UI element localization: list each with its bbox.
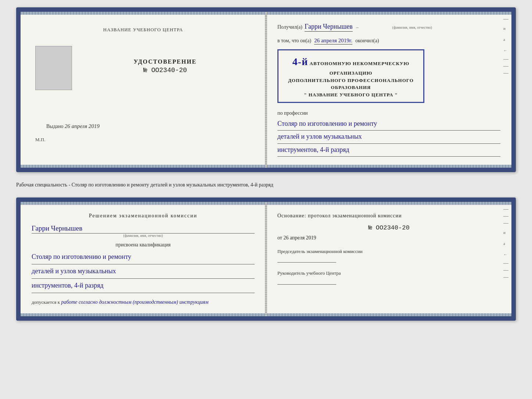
stamp-block: 4-й АВТОНОМНУЮ НЕКОММЕРЧЕСКУЮ ОРГАНИЗАЦИ… xyxy=(277,49,424,103)
okonchil-label: окончил(а) xyxy=(355,38,379,44)
stamp-line1: АВТОНОМНУЮ НЕКОММЕРЧЕСКУЮ ОРГАНИЗАЦИЮ xyxy=(310,61,410,76)
between-docs-text: Рабочая специальность - Столяр по изгото… xyxy=(16,179,516,190)
profession-line1: Столяр по изготовлению и ремонту xyxy=(277,118,500,131)
vtom-line: в том, что он(а) 26 апреля 2019г. окончи… xyxy=(277,38,500,44)
bottom-name-block: Гарри Чернышев (фамилия, имя, отчество) xyxy=(32,224,255,238)
bottom-fio-subtext: (фамилия, имя, отчество) xyxy=(32,234,255,238)
chairman-title: Председатель экзаменационной комиссии xyxy=(277,248,500,255)
specialty-description: Рабочая специальность - Столяр по изгото… xyxy=(16,182,273,188)
vydano-block: Выдано 26 апреля 2019 xyxy=(46,123,255,129)
qual-line3: инструментов, 4-й разряд xyxy=(32,279,255,293)
bottom-side-decoration: и а ← xyxy=(503,209,508,278)
vtom-label: в том, что он(а) xyxy=(277,38,311,44)
prisvoena-label: присвоена квалификация xyxy=(32,242,255,248)
rukovoditel-title: Руководитель учебного Центра xyxy=(277,270,500,277)
side-decoration: и а ← xyxy=(503,19,508,74)
top-document-spread: НАЗВАНИЕ УЧЕБНОГО ЦЕНТРА УДОСТОВЕРЕНИЕ №… xyxy=(16,7,516,172)
training-center-title: НАЗВАНИЕ УЧЕБНОГО ЦЕНТРА xyxy=(103,26,183,33)
udostoverenie-number: № OO2340-20 xyxy=(134,67,197,74)
bottom-right-page: Основание: протокол экзаменационной коми… xyxy=(266,202,511,316)
osnование-block: Основание: протокол экзаменационной коми… xyxy=(277,213,500,219)
photo-placeholder xyxy=(35,46,72,90)
mp-label: М.П. xyxy=(35,137,45,143)
protocol-number: № OO2340-20 xyxy=(277,224,500,231)
qualification-text: Столяр по изготовлению и ремонту деталей… xyxy=(32,250,255,293)
top-right-page: Получил(а) Гарри Чернышев – (фамилия, им… xyxy=(266,12,511,168)
stamp-line3: " НАЗВАНИЕ УЧЕБНОГО ЦЕНТРА " xyxy=(304,92,398,97)
rukovoditel-block: Руководитель учебного Центра xyxy=(277,270,500,284)
vydano-date: 26 апреля 2019 xyxy=(65,123,100,129)
udostoverenie-block: УДОСТОВЕРЕНИЕ № OO2340-20 xyxy=(134,58,197,74)
chairman-block: Председатель экзаменационной комиссии xyxy=(277,248,500,263)
poluchil-label: Получил(а) xyxy=(277,24,302,30)
profession-text-top: Столяр по изготовлению и ремонту деталей… xyxy=(277,118,500,157)
rukovoditel-signature-line xyxy=(277,284,336,285)
protocol-date: от 26 апреля 2019 xyxy=(277,235,500,241)
vtom-date: 26 апреля 2019г. xyxy=(314,38,352,44)
decision-title: Решением экзаменационной комиссии xyxy=(32,213,255,219)
top-left-page: НАЗВАНИЕ УЧЕБНОГО ЦЕНТРА УДОСТОВЕРЕНИЕ №… xyxy=(21,12,266,168)
dopuskaetsya-value: работе согласно должностным (производств… xyxy=(61,299,208,305)
stamp-line2: ДОПОЛНИТЕЛЬНОГО ПРОФЕССИОНАЛЬНОГО ОБРАЗО… xyxy=(288,78,414,90)
poluchil-line: Получил(а) Гарри Чернышев – (фамилия, им… xyxy=(277,23,500,32)
fio-subtext-top: (фамилия, имя, отчество) xyxy=(392,25,432,29)
bottom-recipient-name: Гарри Чернышев xyxy=(32,224,255,234)
bottom-left-page: Решением экзаменационной комиссии Гарри … xyxy=(21,202,266,316)
dopuskaetsya-label: допускается к работе согласно должностны… xyxy=(32,299,208,305)
qual-line1: Столяр по изготовлению и ремонту xyxy=(32,250,255,264)
qual-line2: деталей и узлов музыкальных xyxy=(32,264,255,279)
udostoverenie-title: УДОСТОВЕРЕНИЕ xyxy=(134,58,197,65)
bottom-document-spread: Решением экзаменационной комиссии Гарри … xyxy=(16,197,516,321)
recipient-name-top: Гарри Чернышев xyxy=(305,23,353,32)
profession-line3: инструментов, 4-й разряд xyxy=(277,144,500,157)
po-professii-label: по профессии xyxy=(277,110,500,116)
vydano-label: Выдано xyxy=(46,124,64,129)
profession-line2: деталей и узлов музыкальных xyxy=(277,131,500,143)
stamp-grade: 4-й xyxy=(292,56,308,67)
chairman-signature-line xyxy=(277,262,336,263)
